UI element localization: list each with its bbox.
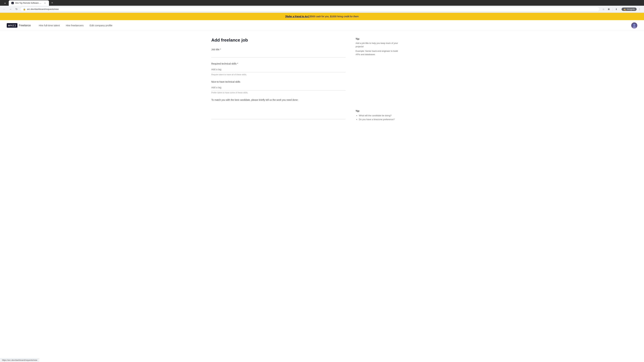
browser-toolbar: ← → ↻ 🔒 arc.dev/dashboard/requests/new ☆…: [0, 6, 644, 13]
bookmark-button[interactable]: ☆: [601, 7, 606, 11]
reload-button[interactable]: ↻: [14, 7, 19, 11]
required-skills-hint: Require talent to have all of these skil…: [211, 73, 346, 76]
tab-list-button[interactable]: ▼: [3, 1, 8, 6]
toolbar-actions: ☆ ⬇ 🕵 Incognito ⋮: [601, 7, 642, 11]
avatar[interactable]: [631, 22, 637, 28]
nav-hire-fulltime[interactable]: Hire full-time talent: [39, 24, 60, 27]
tip2-item-2: Do you have a timezone preference?: [359, 117, 402, 121]
forward-button[interactable]: →: [8, 7, 13, 11]
tip2-list: What will the candidate be doing? Do you…: [356, 114, 402, 121]
tip2-label: Tip:: [356, 110, 402, 112]
main-content: Add freelance job Job title * Required t…: [204, 31, 440, 136]
incognito-badge: 🕵 Incognito: [622, 7, 636, 11]
active-tab[interactable]: a Hire Top Remote Software Dev... ✕: [9, 0, 49, 6]
work-description-input[interactable]: [211, 103, 346, 119]
avatar-image: [631, 22, 637, 28]
work-description-group: To match you with the best candidate, pl…: [211, 98, 346, 119]
referral-banner: [Refer a friend to Arc] $500 cash for yo…: [0, 13, 644, 20]
nice-to-have-skills-group: Nice-to-have technical skills Prefer tal…: [211, 80, 346, 94]
back-button[interactable]: ←: [2, 7, 7, 11]
page: [Refer a friend to Arc] $500 cash for yo…: [0, 13, 644, 355]
divider2: [620, 7, 620, 11]
tab-close-button[interactable]: ✕: [44, 2, 46, 4]
divider: [612, 7, 613, 11]
logo-text: Freelance: [19, 24, 31, 27]
nav-hire-freelancers[interactable]: Hire freelancers: [66, 24, 84, 27]
logo-mark: arc(): [7, 23, 18, 28]
logo-link[interactable]: arc() Freelance: [7, 23, 31, 28]
required-star: *: [219, 48, 221, 51]
main-nav: arc() Freelance Hire full-time talent Hi…: [0, 20, 644, 31]
work-description-label: To match you with the best candidate, pl…: [211, 98, 346, 101]
svg-point-3: [631, 22, 637, 28]
tip-box-2: Tip: What will the candidate be doing? D…: [356, 110, 402, 121]
job-title-group: Job title *: [211, 48, 346, 58]
menu-button[interactable]: ⋮: [637, 7, 642, 11]
tip1-label: Tip:: [356, 37, 402, 40]
required-skills-tag-wrapper[interactable]: [211, 66, 346, 72]
download-button[interactable]: ⬇: [614, 7, 619, 11]
incognito-label: Incognito: [627, 8, 635, 10]
nav-edit-company[interactable]: Edit company profile: [90, 24, 112, 27]
form-section: Add freelance job Job title * Required t…: [211, 37, 346, 130]
extensions-button[interactable]: [606, 7, 611, 11]
required-skills-input[interactable]: [211, 68, 346, 71]
tab-title: Hire Top Remote Software Dev...: [15, 2, 42, 4]
address-text: arc.dev/dashboard/requests/new: [27, 8, 597, 10]
page-title: Add freelance job: [211, 37, 346, 43]
job-title-label: Job title *: [211, 48, 346, 51]
tip1-body: Add a job title to help you keep track o…: [356, 41, 402, 48]
job-title-input[interactable]: [211, 52, 346, 58]
required-skills-group: Required technical skills * Require tale…: [211, 62, 346, 76]
address-bar[interactable]: 🔒 arc.dev/dashboard/requests/new: [20, 7, 600, 11]
new-tab-button[interactable]: +: [50, 0, 55, 5]
browser-tabs: ▼ a Hire Top Remote Software Dev... ✕ +: [0, 0, 644, 6]
nav-links: Hire full-time talent Hire freelancers E…: [39, 24, 631, 27]
required-skills-label: Required technical skills *: [211, 62, 346, 65]
banner-message: $500 cash for you, $1000 hiring credit f…: [310, 15, 358, 18]
nice-to-have-skills-label: Nice-to-have technical skills: [211, 80, 346, 83]
nice-to-have-skills-input[interactable]: [211, 86, 346, 89]
tip2-item-1: What will the candidate be doing?: [359, 114, 402, 117]
browser-chrome: ▼ a Hire Top Remote Software Dev... ✕ + …: [0, 0, 644, 13]
referral-link[interactable]: [Refer a friend to Arc]: [286, 15, 310, 18]
tab-favicon: a: [12, 2, 14, 4]
nice-to-have-skills-tag-wrapper[interactable]: [211, 84, 346, 90]
tip-box-1: Tip: Add a job title to help you keep tr…: [356, 37, 402, 56]
tips-section: Tip: Add a job title to help you keep tr…: [356, 37, 402, 130]
nice-to-have-skills-hint: Prefer talent to have some of these skil…: [211, 91, 346, 94]
tip1-example: Example: Senior back-end engineer to bui…: [356, 49, 402, 56]
